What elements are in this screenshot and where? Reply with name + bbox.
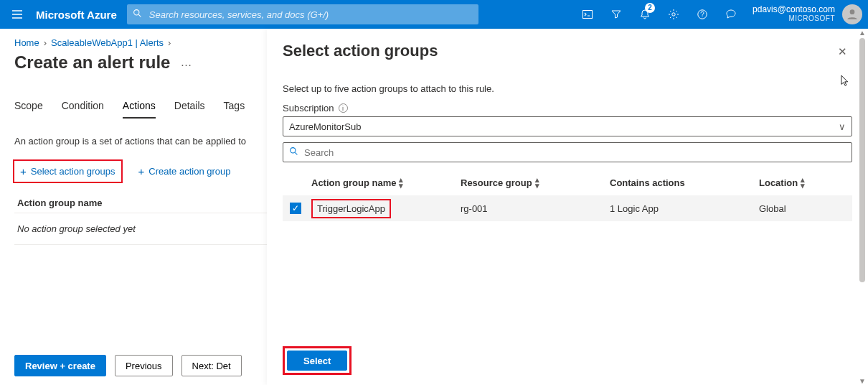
select-action-groups-label: Select action groups — [31, 166, 115, 177]
row-checkbox[interactable]: ✓ — [290, 203, 301, 214]
next-button[interactable]: Next: Det — [181, 355, 242, 376]
action-groups-grid: Action group name ▴▾ Resource group ▴▾ C… — [283, 170, 852, 221]
subscription-value: AzureMonitorSub — [289, 121, 361, 132]
close-icon[interactable]: ✕ — [832, 42, 852, 62]
sort-icon: ▴▾ — [801, 177, 805, 188]
more-icon[interactable]: … — [180, 56, 192, 69]
tab-details[interactable]: Details — [174, 100, 205, 119]
svg-point-0 — [133, 10, 138, 15]
col-action-group-name[interactable]: Action group name ▴▾ — [311, 177, 461, 188]
sort-icon: ▴▾ — [399, 177, 403, 188]
settings-icon[interactable] — [659, 0, 688, 29]
svg-rect-2 — [583, 11, 593, 19]
panel-subtitle: Select up to five action groups to attac… — [283, 83, 852, 94]
panel-scrollbar[interactable]: ▲ ▼ — [857, 29, 868, 385]
account-email: pdavis@contoso.com — [753, 5, 835, 14]
svg-point-6 — [291, 148, 296, 153]
chevron-down-icon: ∨ — [839, 121, 846, 132]
panel-title: Select action groups — [283, 42, 438, 60]
row-action-group-name: TriggerLogicApp — [311, 199, 391, 218]
account-menu[interactable]: pdavis@contoso.com MICROSOFT — [745, 0, 838, 29]
scroll-thumb[interactable] — [859, 38, 865, 282]
info-icon[interactable]: i — [339, 103, 348, 113]
scroll-down-icon[interactable]: ▼ — [859, 377, 866, 385]
col-resource-group[interactable]: Resource group ▴▾ — [461, 177, 610, 188]
svg-point-3 — [672, 13, 675, 16]
tab-condition[interactable]: Condition — [62, 100, 104, 119]
global-search[interactable] — [127, 4, 478, 24]
scroll-up-icon[interactable]: ▲ — [859, 29, 866, 37]
row-contains-actions: 1 Logic App — [610, 203, 759, 214]
subscription-label: Subscription i — [283, 103, 852, 113]
notifications-icon[interactable]: 2 — [631, 0, 659, 29]
help-icon[interactable] — [688, 0, 717, 29]
panel-select-button[interactable]: Select — [287, 351, 347, 371]
account-tenant: MICROSOFT — [789, 14, 836, 24]
chevron-right-icon: › — [44, 37, 47, 48]
select-action-groups-button[interactable]: + Select action groups — [13, 159, 123, 183]
global-search-input[interactable] — [148, 9, 473, 21]
search-icon — [133, 9, 142, 20]
svg-line-7 — [295, 152, 297, 154]
portal-menu-button[interactable] — [6, 9, 29, 20]
previous-button[interactable]: Previous — [115, 355, 173, 376]
azure-topbar: Microsoft Azure 2 pdavis@contoso.com MIC… — [0, 0, 868, 29]
svg-point-5 — [850, 9, 855, 14]
plus-icon: + — [20, 165, 27, 177]
brand-label[interactable]: Microsoft Azure — [36, 9, 117, 21]
avatar[interactable] — [842, 4, 862, 24]
breadcrumb-item[interactable]: ScaleableWebApp1 | Alerts — [51, 37, 164, 48]
row-location: Global — [759, 203, 852, 214]
select-action-groups-panel: Select action groups ✕ Select up to five… — [267, 29, 868, 385]
action-group-row[interactable]: ✓ TriggerLogicApp rg-001 1 Logic App Glo… — [283, 195, 852, 221]
tab-scope[interactable]: Scope — [14, 100, 43, 119]
search-icon — [289, 147, 298, 158]
row-resource-group: rg-001 — [461, 203, 610, 214]
plus-icon: + — [138, 165, 145, 177]
create-action-group-button[interactable]: + Create action group — [133, 159, 237, 183]
col-location[interactable]: Location ▴▾ — [759, 177, 852, 188]
cloud-shell-icon[interactable] — [573, 0, 602, 29]
review-create-button[interactable]: Review + create — [14, 355, 106, 376]
breadcrumb-item[interactable]: Home — [14, 37, 39, 48]
tab-tags[interactable]: Tags — [224, 100, 245, 119]
col-contains-actions[interactable]: Contains actions — [610, 177, 759, 188]
create-action-group-label: Create action group — [148, 166, 230, 177]
sort-icon: ▴▾ — [535, 177, 539, 188]
notifications-badge: 2 — [645, 3, 655, 13]
directory-filter-icon[interactable] — [602, 0, 631, 29]
feedback-icon[interactable] — [717, 0, 745, 29]
topbar-icons: 2 — [573, 0, 745, 29]
panel-search[interactable] — [283, 142, 852, 162]
panel-search-input[interactable] — [303, 147, 846, 159]
tab-actions[interactable]: Actions — [123, 100, 156, 119]
chevron-right-icon: › — [168, 37, 171, 48]
svg-line-1 — [138, 14, 141, 17]
subscription-dropdown[interactable]: AzureMonitorSub ∨ — [283, 116, 852, 136]
page-title: Create an alert rule — [14, 52, 170, 73]
wizard-footer: Review + create Previous Next: Det — [14, 355, 242, 376]
